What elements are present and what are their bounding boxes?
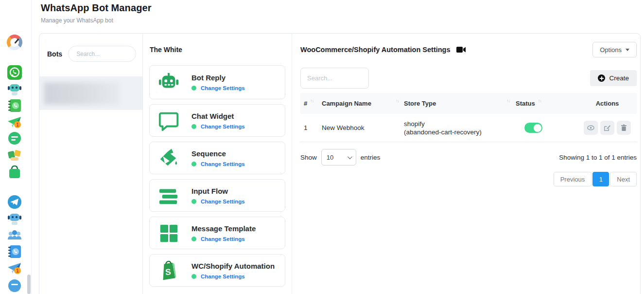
status-dot-icon [191, 162, 196, 166]
feature-card-bot-reply[interactable]: Bot Reply Change Settings [149, 65, 285, 99]
bot-list-item-selected[interactable] [39, 76, 142, 110]
telegram-bot-icon[interactable] [6, 210, 23, 227]
table-search-input[interactable] [300, 68, 369, 89]
feature-title: Sequence [191, 149, 245, 158]
telegram-contacts-icon[interactable] [6, 243, 23, 260]
bot-name-redacted [44, 82, 120, 105]
edit-button[interactable] [600, 121, 614, 135]
video-tutorial-icon[interactable] [456, 46, 466, 53]
trash-icon [620, 124, 627, 131]
feature-title: WC/Shopify Automation [191, 262, 275, 270]
whatsapp-icon[interactable] [6, 64, 23, 81]
entries-summary: Showing 1 to 1 of 1 entries [559, 154, 637, 161]
status-toggle[interactable] [524, 123, 542, 133]
column-index[interactable]: # [304, 100, 307, 107]
column-status[interactable]: Status [516, 100, 535, 107]
pagination: Previous 1 Next [300, 172, 637, 186]
feature-title: Message Template [191, 224, 256, 233]
column-actions: Actions [596, 100, 619, 107]
chat-widget-icon [157, 110, 180, 132]
change-settings-link[interactable]: Change Settings [191, 199, 245, 204]
telegram-campaign-icon[interactable]: 1 [6, 260, 23, 276]
feature-card-message-template[interactable]: Message Template Change Settings [149, 217, 285, 249]
plus-icon [598, 74, 605, 82]
bot-manager-card: Bots The White Bot Reply Change Settings [39, 33, 641, 294]
feature-title: Bot Reply [191, 74, 245, 82]
sequence-icon [157, 147, 180, 169]
sort-icon[interactable]: ↑↓ [506, 98, 510, 103]
feature-card-wc-shopify-automation[interactable]: S WC/Shopify Automation Change Settings [149, 254, 285, 287]
edit-icon [604, 124, 611, 131]
app-icon-rail: 1 1 [0, 0, 32, 294]
whatsapp-campaign-icon[interactable]: 1 [6, 114, 23, 130]
previous-page-button[interactable]: Previous [554, 172, 592, 186]
svg-text:1: 1 [16, 268, 19, 274]
page-1-button[interactable]: 1 [592, 172, 609, 186]
sort-icon[interactable]: ↑↓ [396, 98, 399, 103]
row-store-type: shopify (abandoned-cart-recovery) [404, 120, 516, 136]
integration-icon[interactable] [6, 147, 23, 164]
whatsapp-bot-icon[interactable] [6, 81, 23, 97]
sort-icon[interactable]: ↑↓ [310, 98, 313, 103]
automation-settings-panel: WooCommerce/Shopify Automation Settings … [292, 34, 640, 294]
change-settings-link[interactable]: Change Settings [191, 274, 275, 279]
feature-card-sequence[interactable]: Sequence Change Settings [149, 142, 285, 174]
status-dot-icon [191, 274, 196, 279]
eye-icon [587, 124, 594, 131]
change-settings-link[interactable]: Change Settings [191, 161, 245, 167]
input-flow-icon [157, 184, 180, 207]
row-index: 1 [300, 124, 322, 131]
next-page-button[interactable]: Next [610, 172, 637, 186]
change-settings-link[interactable]: Change Settings [191, 124, 245, 129]
selected-bot-name: The White [143, 34, 292, 65]
svg-text:S: S [165, 267, 171, 277]
feature-title: Chat Widget [191, 112, 245, 120]
column-campaign-name[interactable]: Campaign Name [322, 100, 371, 107]
rail-scrollbar[interactable] [27, 275, 31, 294]
telegram-chat-icon[interactable] [6, 276, 23, 293]
row-campaign-name: New Webhook [322, 124, 404, 131]
bot-features-panel: The White Bot Reply Change Settings [143, 34, 292, 294]
create-button[interactable]: Create [590, 70, 637, 86]
entries-label: entries [361, 154, 381, 161]
page-size-select[interactable]: 10 [321, 149, 356, 165]
telegram-icon[interactable] [6, 194, 23, 210]
whatsapp-contacts-icon[interactable] [6, 97, 23, 114]
automation-title: WooCommerce/Shopify Automation Settings [300, 46, 451, 54]
status-dot-icon [191, 86, 196, 91]
svg-text:1: 1 [16, 122, 19, 128]
status-dot-icon [191, 237, 196, 241]
sort-icon[interactable]: ↑↓ [538, 98, 541, 103]
page-title: WhatsApp Bot Manager [41, 2, 152, 14]
bot-reply-icon [157, 71, 180, 93]
shopify-icon: S [157, 259, 180, 282]
status-dot-icon [191, 124, 196, 129]
feature-card-input-flow[interactable]: Input Flow Change Settings [149, 179, 285, 212]
show-label: Show [300, 154, 317, 161]
whatsapp-chat-icon[interactable] [6, 130, 23, 147]
telegram-group-icon[interactable] [6, 227, 23, 243]
change-settings-link[interactable]: Change Settings [191, 236, 256, 242]
options-button[interactable]: Options [592, 42, 637, 57]
table-header-row: # ↑↓ Campaign Name ↑↓ Store Type ↑↓ Stat… [300, 93, 637, 114]
feature-title: Input Flow [191, 187, 245, 195]
view-button[interactable] [584, 121, 598, 135]
bots-panel: Bots [39, 34, 143, 294]
delete-button[interactable] [617, 121, 631, 135]
change-settings-link[interactable]: Change Settings [191, 85, 245, 91]
feature-card-chat-widget[interactable]: Chat Widget Change Settings [149, 104, 285, 137]
page-subtitle: Manage your WhatsApp bot [41, 17, 152, 24]
caret-down-icon [626, 49, 629, 51]
column-store-type[interactable]: Store Type [404, 100, 436, 107]
message-template-icon [157, 222, 180, 244]
bots-search-input[interactable] [68, 46, 136, 62]
chevron-down-icon [348, 154, 352, 159]
bots-panel-title: Bots [47, 50, 62, 58]
table-row: 1 New Webhook shopify (abandoned-cart-re… [300, 114, 637, 142]
status-dot-icon [191, 199, 196, 204]
dashboard-gauge-icon[interactable] [6, 34, 23, 51]
store-bag-icon[interactable] [6, 164, 23, 180]
